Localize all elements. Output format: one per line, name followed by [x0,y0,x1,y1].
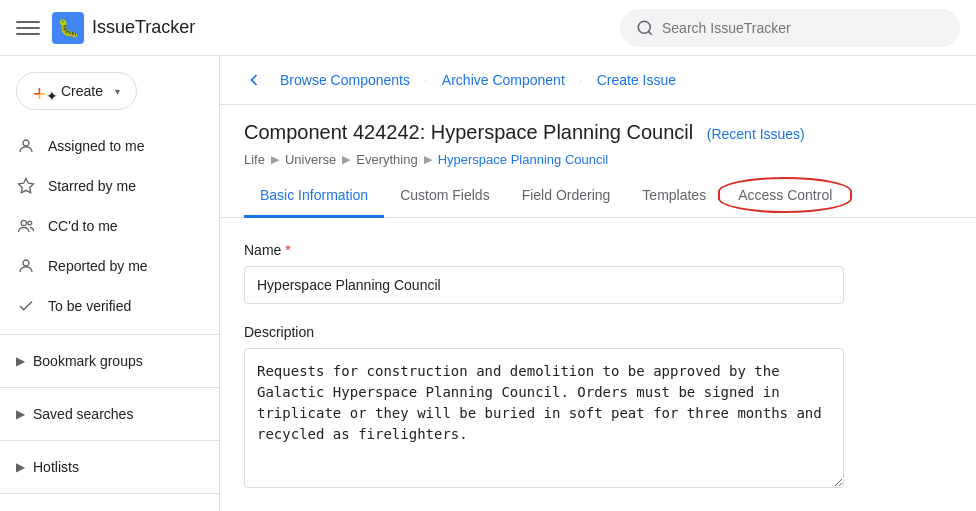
name-label: Name * [244,242,952,258]
search-input[interactable] [662,20,944,36]
create-label: Create [61,83,103,99]
people-icon [16,216,36,236]
bc-arrow-3: ▶ [424,153,432,166]
bc-arrow-2: ▶ [342,153,350,166]
breadcrumb: Life ▶ Universe ▶ Everything ▶ Hyperspac… [244,152,952,167]
sidebar-divider-3 [0,440,219,441]
top-header: 🐛 IssueTracker [0,0,976,56]
recent-issues-link[interactable]: (Recent Issues) [707,126,805,142]
create-issue-link[interactable]: Create Issue [589,68,684,92]
svg-marker-3 [19,179,34,193]
search-icon [636,19,654,37]
sub-nav: Browse Components · Archive Component · … [220,56,976,105]
body-layout: ✦ Create ▾ Assigned to me Starred by me … [0,56,976,511]
svg-point-6 [23,260,29,266]
component-title: Component 424242: Hyperspace Planning Co… [244,121,952,144]
bc-universe[interactable]: Universe [285,152,336,167]
tab-field-ordering[interactable]: Field Ordering [506,175,627,218]
sidebar-item-reported-label: Reported by me [48,258,148,274]
nav-sep-2: · [579,72,583,88]
sidebar-item-verify[interactable]: To be verified [0,286,211,326]
sidebar-item-starred[interactable]: Starred by me [0,166,211,206]
name-required-star: * [285,242,290,258]
sidebar-item-saved-searches[interactable]: ▶ Saved searches [0,396,219,432]
sidebar-item-saved-label: Saved searches [33,406,133,422]
tab-access-control[interactable]: Access Control [722,175,848,218]
tab-templates[interactable]: Templates [626,175,722,218]
sidebar-item-ccd[interactable]: CC'd to me [0,206,211,246]
svg-line-1 [648,31,651,34]
sidebar-item-reported[interactable]: Reported by me [0,246,211,286]
name-field: Name * [244,242,952,304]
check-icon [16,296,36,316]
bc-hpc[interactable]: Hyperspace Planning Council [438,152,609,167]
svg-point-4 [21,220,26,225]
component-title-text: Component 424242: Hyperspace Planning Co… [244,121,693,143]
bc-everything[interactable]: Everything [356,152,417,167]
form-area: Name * Description [220,218,976,511]
app-logo: 🐛 [52,12,84,44]
expand-arrow-saved: ▶ [16,407,25,421]
sidebar-item-bookmark-label: Bookmark groups [33,353,143,369]
app-title: IssueTracker [92,17,195,38]
create-dropdown-arrow: ▾ [115,86,120,97]
description-field: Description [244,324,952,491]
create-button[interactable]: ✦ Create ▾ [16,72,137,110]
tab-custom-fields[interactable]: Custom Fields [384,175,505,218]
sidebar-item-hotlists[interactable]: ▶ Hotlists [0,449,219,485]
description-textarea[interactable] [244,348,844,488]
tabs: Basic Information Custom Fields Field Or… [220,175,976,218]
sidebar-item-starred-label: Starred by me [48,178,136,194]
back-button[interactable] [244,70,264,90]
sidebar-item-bookmark-groups[interactable]: ▶ Bookmark groups [0,343,219,379]
main-content: Browse Components · Archive Component · … [220,56,976,511]
name-input[interactable] [244,266,844,304]
sidebar: ✦ Create ▾ Assigned to me Starred by me … [0,56,220,511]
sidebar-item-archived[interactable]: ▶ Archived [0,502,219,511]
archive-component-link[interactable]: Archive Component [434,68,573,92]
sidebar-item-ccd-label: CC'd to me [48,218,118,234]
description-label: Description [244,324,952,340]
bc-life[interactable]: Life [244,152,265,167]
bc-arrow-1: ▶ [271,153,279,166]
create-btn-row: ✦ Create ▾ [0,72,219,126]
sidebar-item-assigned-label: Assigned to me [48,138,145,154]
person-icon [16,136,36,156]
hamburger-menu[interactable] [16,16,40,40]
sidebar-divider-4 [0,493,219,494]
sidebar-item-hotlists-label: Hotlists [33,459,79,475]
sidebar-divider-2 [0,387,219,388]
logo-area: 🐛 IssueTracker [52,12,195,44]
expand-arrow-bookmark: ▶ [16,354,25,368]
create-plus-icon: ✦ [33,81,53,101]
svg-point-0 [638,21,650,33]
expand-arrow-hotlists: ▶ [16,460,25,474]
search-bar[interactable] [620,9,960,47]
person-report-icon [16,256,36,276]
sidebar-item-assigned[interactable]: Assigned to me [0,126,211,166]
svg-point-5 [28,221,32,225]
browse-components-link[interactable]: Browse Components [272,68,418,92]
star-icon [16,176,36,196]
tab-basic-information[interactable]: Basic Information [244,175,384,218]
sidebar-item-verify-label: To be verified [48,298,131,314]
nav-sep-1: · [424,72,428,88]
sidebar-divider-1 [0,334,219,335]
component-header: Component 424242: Hyperspace Planning Co… [220,105,976,167]
svg-point-2 [23,140,29,146]
